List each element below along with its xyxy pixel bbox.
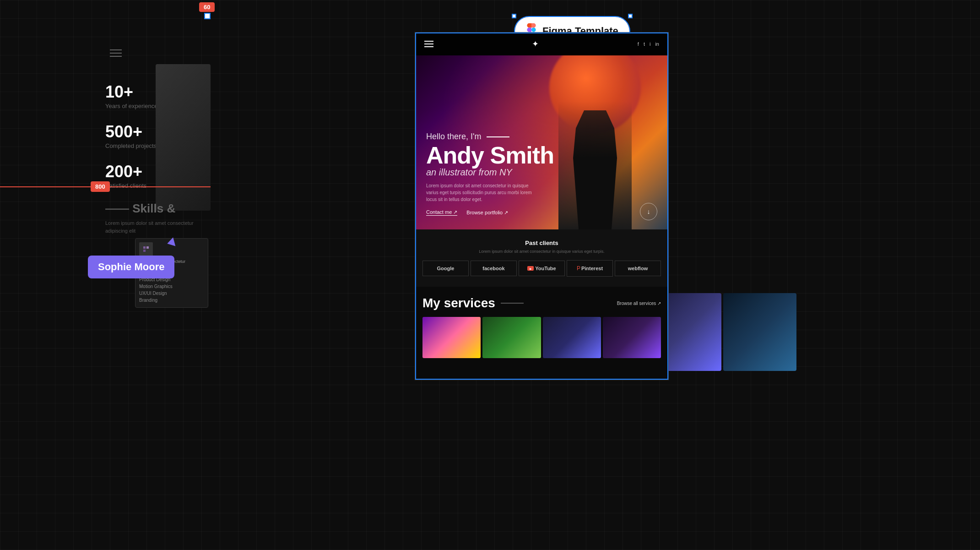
hero-content: Hello there, I'm Andy Smith an illustrat…	[426, 132, 554, 216]
skills-title: Skills &	[105, 201, 206, 216]
stat-experience: 10+ Years of experience	[105, 82, 157, 109]
services-line-decoration	[501, 303, 524, 304]
stat-clients-label: Satisfied clients	[105, 182, 157, 189]
stat-projects-number: 500+	[105, 122, 157, 142]
youtube-logo-container: YouTube	[527, 266, 556, 271]
hero-person-silhouette	[558, 101, 632, 229]
nav-linkedin-icon[interactable]: in	[655, 41, 659, 47]
nav-social-links: f t i in	[638, 41, 659, 47]
past-clients-title: Past clients	[422, 240, 661, 246]
browse-all-button[interactable]: Browse all services ↗	[617, 301, 661, 306]
figma-handle-tl[interactable]	[512, 14, 516, 18]
portfolio-button[interactable]: Browse portfolio ↗	[466, 210, 508, 216]
figma-handle-tr[interactable]	[628, 14, 633, 18]
youtube-logo: YouTube	[519, 261, 565, 276]
svg-rect-0	[143, 246, 146, 249]
youtube-icon	[527, 266, 534, 271]
facebook-logo-text: facebook	[482, 266, 504, 271]
pinterest-logo: P Pinterest	[567, 260, 613, 277]
nav-twitter-icon[interactable]: t	[644, 41, 645, 47]
hero-greeting: Hello there, I'm	[426, 132, 554, 142]
stat-projects-label: Completed projects	[105, 142, 157, 149]
stat-experience-number: 10+	[105, 82, 157, 102]
stat-clients-number: 200+	[105, 162, 157, 181]
services-title: My services	[422, 296, 524, 310]
service-card-2	[482, 317, 541, 358]
services-grid	[422, 317, 661, 358]
stat-experience-label: Years of experience	[105, 103, 157, 109]
nav-instagram-icon[interactable]: i	[650, 41, 650, 47]
stat-projects: 500+ Completed projects	[105, 122, 157, 149]
left-panel: 10+ Years of experience 500+ Completed p…	[0, 0, 211, 550]
site-hero: Hello there, I'm Andy Smith an illustrat…	[415, 55, 668, 229]
service-card-1	[422, 317, 481, 358]
contact-button[interactable]: Contact me ↗	[426, 209, 457, 216]
design-card-icon	[139, 242, 153, 256]
google-logo: Google	[422, 261, 469, 276]
hero-subtitle: an illustrator from NY	[426, 167, 554, 178]
webflow-text: webflow	[628, 266, 648, 271]
site-nav: ✦ f t i in	[415, 33, 668, 55]
service-card-4	[603, 317, 661, 358]
hero-buttons: Contact me ↗ Browse portfolio ↗	[426, 209, 554, 216]
sophie-moore-label: Sophie Moore	[88, 256, 174, 278]
spacing-label-top: 60	[199, 2, 215, 12]
stats-section: 10+ Years of experience 500+ Completed p…	[105, 82, 157, 202]
nav-facebook-icon[interactable]: f	[638, 41, 639, 47]
youtube-text: YouTube	[535, 266, 556, 271]
svg-rect-2	[143, 250, 146, 252]
nav-logo-icon: ✦	[532, 39, 539, 49]
hero-name: Andy Smith	[426, 143, 554, 167]
pinterest-text: Pinterest	[581, 266, 603, 271]
stat-clients: 200+ Satisfied clients	[105, 162, 157, 189]
past-clients-desc: Lorem ipsum dolor sit amet consectetur i…	[422, 249, 661, 254]
webflow-logo: webflow	[615, 261, 661, 276]
handle-rm[interactable]	[204, 13, 211, 19]
pinterest-icon: P	[577, 265, 580, 272]
google-logo-text: Google	[437, 266, 455, 271]
person-image-left	[156, 64, 211, 211]
rb-card-4	[723, 293, 796, 371]
scroll-down-button[interactable]: ↓	[640, 203, 657, 220]
ruler-marker: 800	[91, 181, 110, 192]
skills-desc: Lorem ipsum dolor sit amet consectetur a…	[105, 219, 206, 234]
past-clients-section: Past clients Lorem ipsum dolor sit amet …	[415, 229, 668, 287]
hero-description: Lorem ipsum dolor sit amet consectetur i…	[426, 182, 541, 203]
cursor-left	[167, 238, 174, 247]
facebook-logo: facebook	[471, 261, 517, 276]
service-card-3	[543, 317, 601, 358]
clients-logos: Google facebook YouTube P Pinterest webf…	[422, 260, 661, 277]
services-header: My services Browse all services ↗	[422, 296, 661, 310]
hamburger-icon[interactable]	[110, 49, 122, 57]
svg-rect-1	[146, 246, 149, 249]
hero-line-decoration	[487, 136, 509, 137]
my-services-section: My services Browse all services ↗	[415, 287, 668, 365]
nav-hamburger-icon[interactable]	[424, 41, 433, 47]
skills-section: Skills & Lorem ipsum dolor sit amet cons…	[105, 201, 206, 234]
website-preview: ✦ f t i in Hello there, I'm Andy Smith a…	[415, 32, 669, 380]
cursor-arrow-left-icon	[166, 237, 176, 248]
